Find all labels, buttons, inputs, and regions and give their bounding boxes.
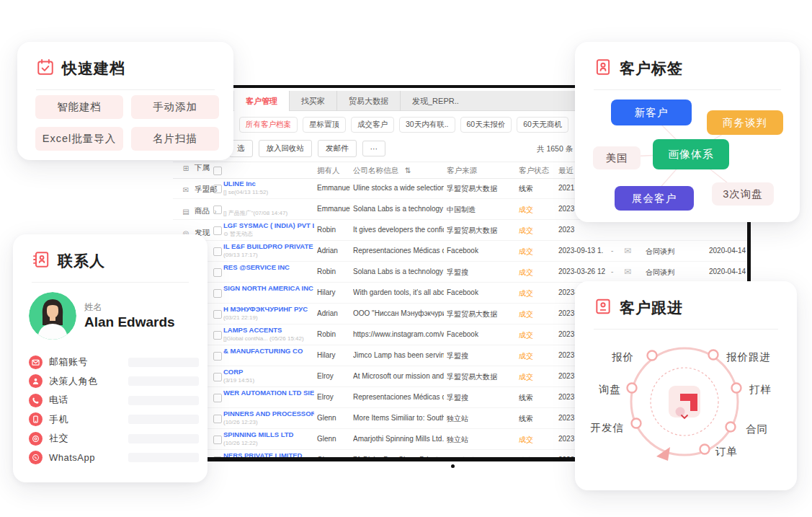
field-label: 社交 bbox=[49, 432, 122, 445]
tag-exhibition-customer[interactable]: 展会客户 bbox=[615, 186, 694, 211]
company-link[interactable]: RES @SERVICE INC bbox=[223, 263, 314, 272]
row-checkbox[interactable] bbox=[213, 289, 222, 298]
company-link[interactable]: WER AUTOMATION LTD SIEME bbox=[223, 389, 314, 397]
table-row: IL E&F BUILDPRO PRIVATE LIMITED(09/13 17… bbox=[173, 241, 747, 262]
mail-icon[interactable]: ✉ bbox=[624, 267, 635, 277]
field-value-bar[interactable] bbox=[128, 434, 199, 443]
company-link[interactable]: PINNERS AND PROCESSORS bbox=[223, 410, 314, 418]
follow-step-label: 报价 bbox=[612, 350, 634, 364]
row-checkbox[interactable] bbox=[213, 436, 222, 444]
company-link[interactable]: LAMPS ACCENTS bbox=[223, 326, 314, 335]
filter-tab[interactable]: 30天内有联.. bbox=[399, 117, 455, 133]
company-link[interactable]: NERS PRIVATE LIMITED bbox=[223, 451, 314, 457]
owner-cell: Elroy bbox=[317, 393, 350, 401]
filter-tab[interactable]: 成交客户 bbox=[351, 117, 394, 133]
sidebar-item[interactable]: ⊞ 下属 bbox=[182, 163, 222, 173]
crm-sidebar: ⊞ 下属 ✉ 孚盟邮 ▤ 商品 › ◎ 发现 bbox=[182, 163, 222, 238]
company-link[interactable]: LGF SYSMAC ( INDIA) PVT LTD bbox=[223, 221, 314, 230]
contact-name: Alan Edwards bbox=[84, 314, 175, 330]
company-link[interactable]: CORP bbox=[223, 368, 314, 376]
company-link[interactable]: SIGN NORTH AMERICA INC bbox=[223, 284, 314, 293]
company-info-cell: Representaciones Médicas del .. bbox=[353, 393, 444, 401]
status-badge: 成交 bbox=[519, 309, 549, 319]
crm-tab[interactable]: 客户管理 bbox=[234, 91, 289, 111]
column-owner: 拥有人 bbox=[317, 166, 340, 176]
mobile-icon bbox=[29, 412, 43, 426]
field-decision-role: 决策人角色 bbox=[29, 372, 199, 392]
empty-cell: - bbox=[611, 247, 618, 255]
tag-3-inquiries[interactable]: 3次询盘 bbox=[712, 182, 774, 206]
smart-create-button[interactable]: 智能建档 bbox=[35, 95, 123, 119]
row-checkbox[interactable] bbox=[213, 456, 222, 457]
source-cell: 孚盟贸易大数据 bbox=[447, 184, 516, 194]
field-value-bar[interactable] bbox=[128, 396, 199, 405]
company-info-cell: Solana Labs is a technology co.. bbox=[353, 205, 444, 213]
card-title: 快速建档 bbox=[62, 58, 125, 79]
row-checkbox[interactable] bbox=[213, 268, 222, 277]
card-scan-button[interactable]: 名片扫描 bbox=[131, 127, 219, 151]
field-label: WhatsApp bbox=[49, 452, 122, 463]
row-checkbox[interactable] bbox=[213, 331, 222, 340]
tag-profile-system[interactable]: 画像体系 bbox=[653, 139, 729, 169]
status-badge: 线索 bbox=[519, 414, 549, 424]
row-checkbox[interactable] bbox=[213, 394, 222, 402]
tag-new-customer[interactable]: 新客户 bbox=[611, 100, 692, 125]
filter-tab[interactable]: 60天未报价 bbox=[460, 117, 512, 133]
row-checkbox[interactable] bbox=[213, 352, 222, 361]
follow-step-label: 开发信 bbox=[591, 421, 625, 435]
sidebar-item[interactable]: ▤ 商品 › bbox=[182, 206, 222, 216]
source-cell: Facebook bbox=[447, 330, 516, 338]
manual-add-button[interactable]: 手动添加 bbox=[131, 95, 219, 119]
field-value-bar[interactable] bbox=[128, 415, 199, 424]
tag-business-negotiation[interactable]: 商务谈判 bbox=[707, 110, 783, 135]
column-status: 客户状态 bbox=[519, 166, 549, 176]
recent-date-cell: 2023 bbox=[558, 226, 620, 234]
row-checkbox[interactable] bbox=[213, 310, 222, 319]
row-checkbox[interactable] bbox=[213, 415, 222, 423]
company-link[interactable]: & MANUFACTURING CO bbox=[223, 347, 314, 355]
crm-tab[interactable]: 找买家 bbox=[289, 91, 336, 111]
company-cell: NERS PRIVATE LIMITED客户报价，开票认.. (04/10 12… bbox=[223, 451, 314, 457]
filter-tab[interactable]: 60天无商机 bbox=[517, 117, 568, 133]
sidebar-item[interactable]: ✉ 孚盟邮 bbox=[182, 185, 222, 195]
crm-tab[interactable]: 发现_REPR.. bbox=[400, 91, 470, 111]
empty-cell: - bbox=[611, 268, 618, 275]
row-checkbox[interactable] bbox=[213, 373, 222, 381]
owner-cell: Robin bbox=[317, 226, 350, 234]
company-link[interactable]: IL E&F BUILDPRO PRIVATE LIMITED bbox=[223, 242, 314, 251]
status-badge: 成交 bbox=[519, 288, 549, 299]
crm-tab[interactable]: 贸易大数据 bbox=[336, 91, 400, 111]
company-cell: LAMPS ACCENTS[]Global contNa... (05/26 1… bbox=[223, 326, 314, 343]
company-activity: (09/13 17:17) bbox=[223, 251, 314, 259]
tag-cloud: 新客户 商务谈判 美国 画像体系 展会客户 3次询盘 bbox=[575, 42, 800, 222]
excel-import-button[interactable]: Excel批量导入 bbox=[35, 127, 123, 151]
filter-tab[interactable]: 星标置顶 bbox=[303, 117, 346, 133]
toolbar-button[interactable]: 放入回收站 bbox=[259, 140, 313, 157]
field-value-bar[interactable] bbox=[128, 376, 199, 386]
row-checkbox[interactable] bbox=[213, 247, 222, 256]
sidebar-item-icon: ▤ bbox=[182, 208, 190, 216]
company-activity: [] 产品推广"(07/08 14:47) bbox=[223, 209, 314, 217]
filter-tab[interactable]: 所有客户档案 bbox=[239, 117, 298, 133]
toolbar-button[interactable]: ··· bbox=[362, 141, 386, 156]
column-source: 客户来源 bbox=[447, 166, 477, 176]
company-info-cell: At Microsoft our mission and va.. bbox=[353, 372, 444, 380]
company-activity: []Global contNa... (05/26 15:42) bbox=[223, 335, 314, 343]
status-badge: 成交 bbox=[519, 435, 549, 445]
mail-icon[interactable]: ✉ bbox=[624, 246, 635, 256]
field-phone: 电话 bbox=[29, 391, 199, 410]
sort-icon[interactable]: ⇅ bbox=[405, 166, 411, 174]
field-value-bar[interactable] bbox=[128, 358, 199, 367]
stage-date-cell: 2020-04-14 17:0 bbox=[709, 247, 746, 255]
company-link[interactable]: Н МЭНУФЭКЧУРИНГ РУС bbox=[223, 305, 314, 314]
company-link[interactable]: ULINE Inc bbox=[223, 180, 314, 188]
owner-cell: Elroy bbox=[317, 372, 350, 380]
stage-cell: 合同谈判 bbox=[646, 268, 690, 278]
source-cell: 孚盟搜 bbox=[447, 268, 516, 278]
company-link[interactable]: SPINNING MILLS LTD bbox=[223, 430, 314, 439]
tag-usa[interactable]: 美国 bbox=[593, 146, 641, 169]
field-value-bar[interactable] bbox=[128, 453, 199, 462]
toolbar-button[interactable]: 发邮件 bbox=[318, 140, 357, 157]
source-cell: 孚盟搜 bbox=[447, 351, 516, 361]
table-row: LGF SYSMAC ( INDIA) PVT LTD⊙ 暂无动态 Robin … bbox=[173, 220, 747, 241]
